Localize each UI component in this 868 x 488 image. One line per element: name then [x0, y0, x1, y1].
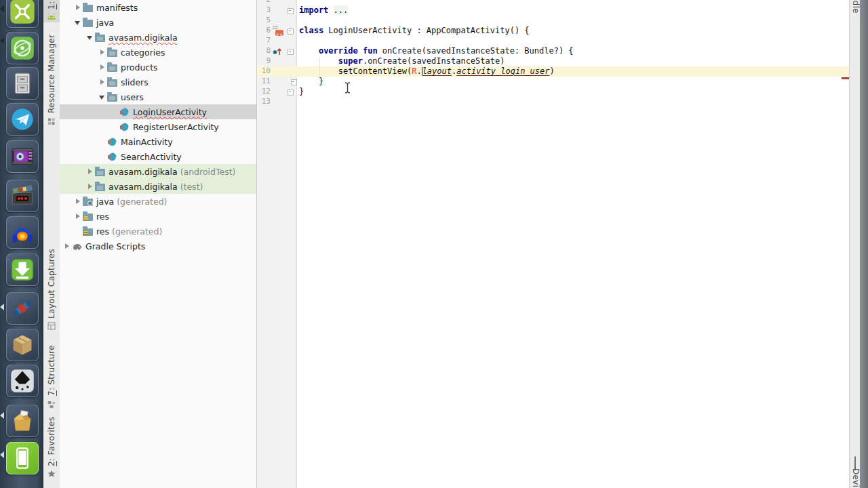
tree-item-java[interactable]: java	[60, 15, 256, 30]
telegram-icon[interactable]	[6, 103, 39, 136]
archive-box-icon[interactable]	[6, 405, 39, 437]
chevron-spacer	[108, 121, 119, 132]
code-text[interactable]: super.onCreate(savedInstanceState)	[296, 56, 850, 66]
code-line[interactable]: 3 import ...	[257, 5, 850, 16]
pipe-tool-icon[interactable]	[6, 292, 39, 325]
inkscape-icon[interactable]	[6, 365, 39, 397]
chevron-right-icon[interactable]	[84, 166, 95, 177]
tree-item-manifests[interactable]: manifests	[60, 0, 256, 15]
desktop-dock	[0, 0, 43, 488]
tree-item-res[interactable]: res	[60, 209, 256, 224]
android-studio-icon[interactable]	[6, 0, 39, 28]
tree-item-categories[interactable]: categories	[60, 45, 256, 60]
kotlin-class-icon	[119, 121, 132, 132]
media-player-icon[interactable]	[6, 140, 39, 173]
code-text[interactable]: setContentView(R.layout.activity_login_u…	[296, 66, 850, 77]
right-tool-stripe: Gradle Device File Explorer	[849, 0, 861, 488]
chevron-right-icon[interactable]	[84, 181, 95, 192]
running-indicator	[0, 37, 4, 44]
tree-item-package-test[interactable]: avasam.digikala (test)	[60, 179, 256, 194]
chevron-right-icon[interactable]	[72, 196, 83, 207]
movie-clapper-icon[interactable]	[6, 180, 39, 212]
code-text[interactable]	[296, 36, 850, 46]
code-line[interactable]: 5	[257, 16, 850, 26]
code-line[interactable]: 9 super.onCreate(savedInstanceState)	[257, 56, 850, 66]
code-line[interactable]: 8 override fun onCreate(savedInstanceSta…	[257, 46, 850, 56]
package-icon	[95, 181, 107, 192]
code-text[interactable]: class LoginUserActivity : AppCompatActiv…	[296, 26, 850, 36]
fold-marker-icon[interactable]	[288, 89, 294, 96]
tool-button-favorites-label: 2: Favorites	[45, 408, 58, 466]
chevron-right-icon[interactable]	[61, 241, 72, 251]
folded-imports[interactable]: ...	[334, 5, 349, 15]
chevron-down-icon[interactable]	[96, 92, 107, 102]
line-number: 5	[257, 16, 271, 26]
download-manager-icon[interactable]	[6, 253, 39, 286]
code-text[interactable]: override fun onCreate(savedInstanceState…	[296, 46, 850, 56]
chevron-right-icon[interactable]	[96, 77, 107, 87]
tree-item-package-avasam-digikala[interactable]: avasam.digikala	[60, 30, 256, 45]
code-text[interactable]	[296, 16, 850, 26]
chevron-down-icon[interactable]	[84, 32, 95, 43]
tree-item-products[interactable]: products	[60, 60, 256, 75]
package-box-icon[interactable]	[6, 329, 39, 361]
audio-headphones-icon[interactable]	[6, 216, 39, 249]
chevron-right-icon[interactable]	[96, 62, 107, 73]
resource-folder-icon	[83, 226, 95, 237]
tool-button-device-explorer-label: Device File Explorer	[850, 468, 861, 488]
code-text[interactable]	[296, 97, 850, 107]
line-number: 2	[257, 0, 271, 5]
fold-marker-icon[interactable]	[288, 8, 294, 14]
fold-marker-icon[interactable]	[288, 49, 294, 55]
tool-button-structure-label: 7: Structure	[45, 338, 58, 396]
code-text[interactable]: }	[296, 77, 850, 87]
running-indicator	[0, 412, 4, 419]
chevron-right-icon[interactable]	[96, 47, 107, 58]
green-phone-icon[interactable]	[6, 442, 39, 474]
indent-guide	[319, 57, 320, 77]
tool-button-gradle-label: Gradle	[850, 0, 861, 26]
tool-button-project-label: 1: Project	[45, 0, 58, 9]
kotlin-class-icon	[119, 106, 132, 117]
line-number: 10	[257, 66, 271, 77]
left-tool-stripe: 1: Project Resource Manager Layout Captu…	[43, 0, 60, 488]
package-icon	[107, 92, 119, 102]
tree-item-users[interactable]: users	[60, 89, 256, 104]
tree-item-gradle-scripts[interactable]: Gradle Scripts	[60, 239, 256, 253]
fold-marker-icon[interactable]	[288, 28, 294, 35]
tree-item-java-generated[interactable]: java (generated)	[60, 194, 256, 209]
code-line-current[interactable]: 10 setContentView(R.layout.activity_logi…	[257, 66, 850, 77]
mouse-ibeam-cursor	[343, 81, 352, 97]
file-cabinet-icon[interactable]	[6, 67, 39, 100]
related-layout-gutter-icon[interactable]	[273, 26, 283, 36]
chevron-down-icon[interactable]	[72, 17, 83, 28]
tree-item-register-user-activity[interactable]: RegisterUserActivity	[60, 119, 256, 134]
tree-item-sliders[interactable]: sliders	[60, 75, 256, 89]
package-icon	[107, 77, 119, 87]
fold-marker-icon[interactable]	[291, 79, 297, 85]
code-line[interactable]: 6 class LoginUserActivity : AppCompatAct…	[257, 26, 850, 36]
tree-item-main-activity[interactable]: MainActivity	[60, 134, 256, 149]
code-text[interactable]: }	[296, 87, 850, 97]
tree-item-login-user-activity[interactable]: LoginUserActivity	[60, 104, 256, 119]
code-text[interactable]: import ...	[296, 5, 850, 16]
chevron-right-icon[interactable]	[72, 2, 83, 13]
atom-icon[interactable]	[6, 32, 39, 64]
code-editor[interactable]: 2 3 import ... 5 6	[256, 0, 850, 488]
resource-folder-icon	[83, 211, 95, 222]
chevron-right-icon[interactable]	[72, 211, 83, 222]
code-line[interactable]: 7	[257, 36, 850, 46]
kotlin-class-icon	[107, 151, 119, 162]
resource-manager-icon	[48, 115, 56, 128]
project-tree: manifests java avasam.digikala categorie…	[60, 0, 256, 488]
code-line[interactable]: 13	[257, 97, 850, 107]
line-number: 12	[257, 87, 271, 97]
package-icon	[95, 166, 107, 177]
package-icon	[107, 47, 119, 58]
tree-item-search-activity[interactable]: SearchActivity	[60, 149, 256, 164]
code-text[interactable]	[296, 0, 850, 5]
code-line[interactable]: 2	[257, 0, 850, 5]
tree-item-res-generated[interactable]: res (generated)	[60, 224, 256, 239]
tree-item-package-android-test[interactable]: avasam.digikala (androidTest)	[60, 164, 256, 179]
folder-icon	[83, 2, 95, 13]
